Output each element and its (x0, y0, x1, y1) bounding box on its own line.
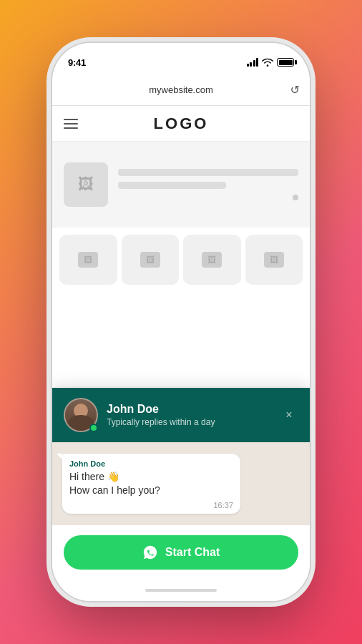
card-2: 🖼 (122, 235, 180, 285)
hero-text-lines (118, 169, 298, 200)
signal-icon (247, 58, 259, 67)
chat-bubble: John Doe Hi there 👋 How can I help you? … (62, 454, 240, 514)
start-chat-button[interactable]: Start Chat (64, 535, 298, 570)
close-icon: × (285, 409, 292, 421)
status-bar: 9:41 (52, 43, 310, 74)
close-button[interactable]: × (280, 406, 298, 424)
card-image-3: 🖼 (202, 252, 222, 268)
online-indicator (89, 424, 98, 432)
card-image-4: 🖼 (264, 252, 284, 268)
site-logo: LOGO (154, 114, 209, 133)
card-image-2: 🖼 (140, 252, 160, 268)
agent-info: John Doe Typically replies within a day (107, 403, 271, 427)
cta-area: Start Chat (52, 525, 310, 580)
card-1: 🖼 (59, 235, 117, 285)
image-icon: 🖼 (84, 255, 92, 265)
whatsapp-popup: John Doe Typically replies within a day … (52, 388, 310, 580)
battery-icon (277, 58, 294, 67)
status-icons (247, 58, 295, 67)
chat-message: Hi there 👋 How can I help you? (69, 470, 233, 498)
image-icon: 🖼 (146, 255, 155, 265)
status-time: 9:41 (68, 57, 86, 68)
phone-shell: 9:41 mywebsite.com ↻ (52, 43, 310, 601)
agent-name: John Doe (107, 403, 271, 416)
card-4: 🖼 (245, 235, 303, 285)
browser-bar: mywebsite.com ↻ (52, 74, 310, 106)
image-icon: 🖼 (78, 175, 94, 194)
chat-sender: John Doe (69, 459, 233, 468)
site-nav: LOGO (52, 106, 310, 142)
phone-bottom (52, 580, 310, 601)
start-chat-label: Start Chat (165, 546, 220, 559)
hero-section: 🖼 (52, 142, 310, 228)
browser-url: mywebsite.com (62, 84, 300, 95)
home-indicator (145, 589, 217, 592)
image-icon: 🖼 (207, 255, 216, 265)
hamburger-menu-icon[interactable] (64, 119, 78, 129)
website-content: LOGO 🖼 🖼 🖼 (52, 106, 310, 580)
agent-status: Typically replies within a day (107, 417, 271, 427)
card-image-1: 🖼 (78, 252, 98, 268)
chat-timestamp: 16:37 (69, 501, 233, 509)
popup-header: John Doe Typically replies within a day … (52, 388, 310, 442)
refresh-icon[interactable]: ↻ (290, 83, 300, 97)
agent-avatar-container (64, 398, 98, 432)
chat-area: John Doe Hi there 👋 How can I help you? … (52, 442, 310, 525)
whatsapp-button-icon (142, 545, 158, 560)
image-icon: 🖼 (270, 255, 278, 265)
wifi-icon (262, 58, 273, 67)
card-3: 🖼 (183, 235, 241, 285)
cards-row: 🖼 🖼 🖼 🖼 (52, 228, 310, 292)
hero-image-placeholder: 🖼 (64, 162, 108, 207)
